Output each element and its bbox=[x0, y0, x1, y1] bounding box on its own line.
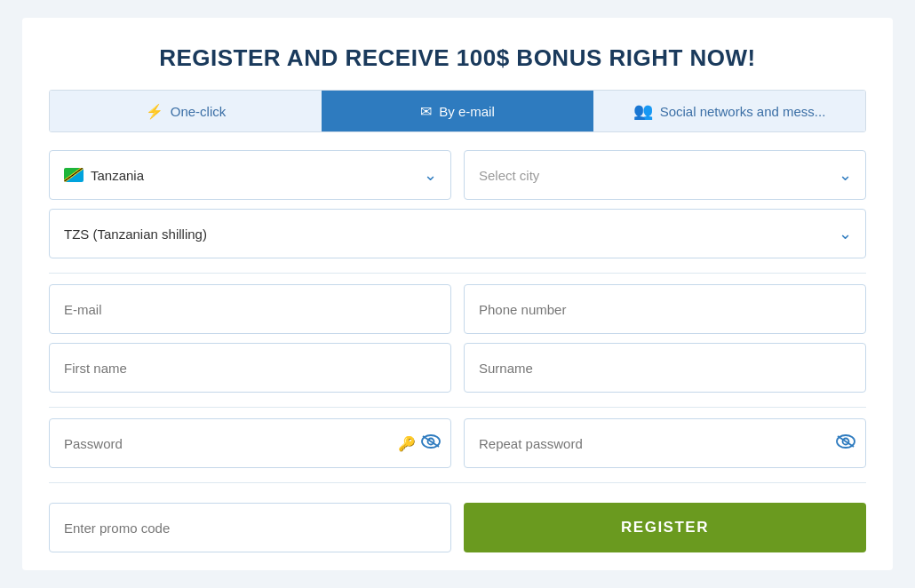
country-select[interactable]: Tanzania bbox=[49, 150, 451, 200]
phone-field-group bbox=[464, 284, 866, 334]
eye-icon[interactable] bbox=[421, 434, 441, 452]
name-row bbox=[49, 343, 866, 393]
password-icons: 🔑 bbox=[398, 434, 441, 452]
firstname-field-group bbox=[49, 343, 451, 393]
surname-input[interactable] bbox=[464, 343, 866, 393]
tab-bar: ⚡ One-click ✉ By e-mail 👥 Social network… bbox=[49, 90, 866, 132]
register-button[interactable]: REGISTER bbox=[464, 503, 866, 552]
currency-field-group: TZS (Tanzanian shilling) ⌄ bbox=[49, 209, 866, 258]
password-input[interactable] bbox=[49, 418, 451, 468]
divider-2 bbox=[49, 407, 866, 408]
city-select[interactable]: Select city bbox=[464, 150, 866, 200]
registration-form: Tanzania ⌄ Select city ⌄ TZS (Tanzanian … bbox=[49, 150, 866, 552]
tab-by-email[interactable]: ✉ By e-mail bbox=[322, 91, 593, 131]
repeat-password-wrapper bbox=[464, 418, 866, 468]
repeat-password-icons bbox=[836, 434, 855, 452]
surname-field-group bbox=[464, 343, 866, 393]
email-field-group bbox=[49, 284, 451, 334]
tab-social[interactable]: 👥 Social networks and mess... bbox=[593, 91, 865, 131]
tab-one-click-label: One-click bbox=[171, 104, 227, 119]
key-icon[interactable]: 🔑 bbox=[398, 435, 416, 452]
tab-one-click[interactable]: ⚡ One-click bbox=[50, 91, 322, 131]
page-title: REGISTER AND RECEIVE 100$ BONUS RIGHT NO… bbox=[49, 44, 866, 72]
registration-container: REGISTER AND RECEIVE 100$ BONUS RIGHT NO… bbox=[22, 18, 893, 570]
tab-by-email-label: By e-mail bbox=[439, 104, 495, 119]
social-icon: 👥 bbox=[633, 101, 653, 121]
currency-value: TZS (Tanzanian shilling) bbox=[64, 226, 207, 242]
location-row: Tanzania ⌄ Select city ⌄ bbox=[49, 150, 866, 200]
currency-row: TZS (Tanzanian shilling) ⌄ bbox=[49, 209, 866, 258]
city-placeholder: Select city bbox=[479, 168, 539, 183]
divider-3 bbox=[49, 482, 866, 483]
password-field-group: 🔑 bbox=[49, 418, 451, 468]
currency-select[interactable]: TZS (Tanzanian shilling) bbox=[49, 209, 866, 258]
repeat-password-input[interactable] bbox=[464, 418, 866, 468]
bottom-row: REGISTER bbox=[49, 503, 866, 552]
lightning-icon: ⚡ bbox=[146, 103, 163, 120]
city-field-group: Select city ⌄ bbox=[464, 150, 866, 200]
tab-social-label: Social networks and mess... bbox=[660, 104, 826, 119]
email-icon: ✉ bbox=[420, 103, 432, 120]
repeat-password-field-group bbox=[464, 418, 866, 468]
firstname-input[interactable] bbox=[49, 343, 451, 393]
divider-1 bbox=[49, 273, 866, 274]
repeat-eye-icon[interactable] bbox=[836, 434, 855, 452]
password-wrapper: 🔑 bbox=[49, 418, 451, 468]
email-input[interactable] bbox=[49, 284, 451, 334]
promo-input[interactable] bbox=[49, 503, 451, 552]
country-value: Tanzania bbox=[91, 168, 144, 183]
email-phone-row bbox=[49, 284, 866, 334]
promo-field-group bbox=[49, 503, 451, 552]
tanzania-flag bbox=[64, 168, 84, 182]
country-field-group: Tanzania ⌄ bbox=[49, 150, 451, 200]
phone-input[interactable] bbox=[464, 284, 866, 334]
password-row: 🔑 bbox=[49, 418, 866, 468]
